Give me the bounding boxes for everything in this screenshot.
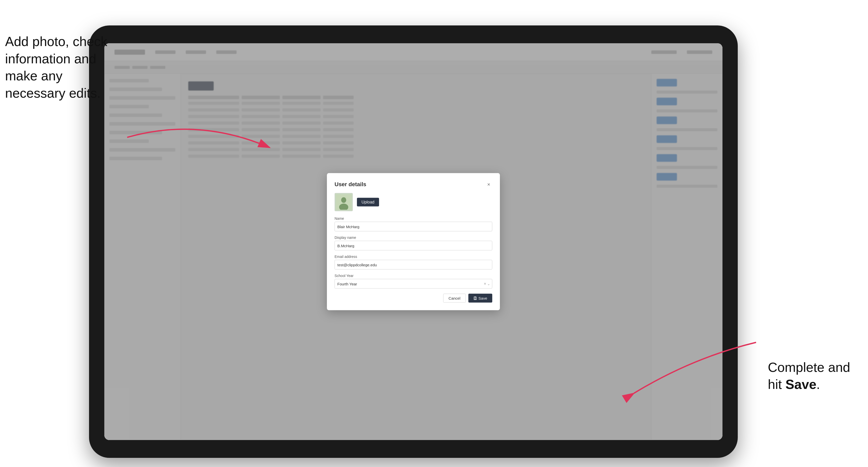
user-details-modal: User details × Uploa — [327, 173, 500, 310]
display-name-input[interactable] — [335, 241, 492, 251]
school-year-label: School Year — [335, 274, 492, 278]
user-photo-thumbnail — [335, 193, 353, 211]
display-name-field-group: Display name — [335, 236, 492, 251]
tablet-screen: User details × Uploa — [104, 43, 722, 440]
name-input[interactable] — [335, 222, 492, 231]
school-year-field-group: School Year First Year Second Year Third… — [335, 274, 492, 289]
annotation-right-line1: Complete and — [768, 360, 850, 375]
save-button-label: Save — [478, 296, 487, 301]
upload-photo-button[interactable]: Upload — [357, 198, 379, 207]
annotation-right-line2: hit — [768, 377, 785, 392]
photo-section: Upload — [335, 193, 492, 211]
name-field-group: Name — [335, 216, 492, 231]
email-input[interactable] — [335, 260, 492, 270]
annotation-right-bold: Save — [785, 377, 816, 392]
app-background: User details × Uploa — [104, 43, 722, 440]
modal-footer: Cancel Save — [335, 294, 492, 303]
svg-rect-4 — [474, 299, 476, 300]
annotation-left-line1: Add photo, check — [5, 34, 107, 49]
svg-rect-3 — [474, 297, 476, 298]
name-label: Name — [335, 216, 492, 220]
annotation-right-end: . — [816, 377, 820, 392]
annotation-right: Complete and hit Save. — [768, 359, 850, 393]
school-year-select-wrapper: First Year Second Year Third Year Fourth… — [335, 279, 492, 289]
modal-header: User details × — [335, 181, 492, 188]
cancel-button[interactable]: Cancel — [443, 294, 466, 303]
display-name-label: Display name — [335, 236, 492, 240]
svg-point-1 — [341, 197, 346, 203]
modal-title: User details — [335, 181, 366, 188]
annotation-left-line2: information and — [5, 51, 96, 66]
save-icon — [473, 296, 477, 300]
annotation-left-line4: necessary edits. — [5, 86, 101, 100]
tablet-frame: User details × Uploa — [89, 25, 738, 458]
save-button[interactable]: Save — [468, 294, 492, 303]
annotation-left-line3: make any — [5, 68, 62, 83]
modal-close-button[interactable]: × — [485, 181, 492, 188]
school-year-select[interactable]: First Year Second Year Third Year Fourth… — [335, 279, 492, 289]
email-field-group: Email address — [335, 255, 492, 270]
modal-overlay: User details × Uploa — [104, 43, 722, 440]
annotation-left: Add photo, check information and make an… — [5, 33, 107, 102]
email-label: Email address — [335, 255, 492, 259]
